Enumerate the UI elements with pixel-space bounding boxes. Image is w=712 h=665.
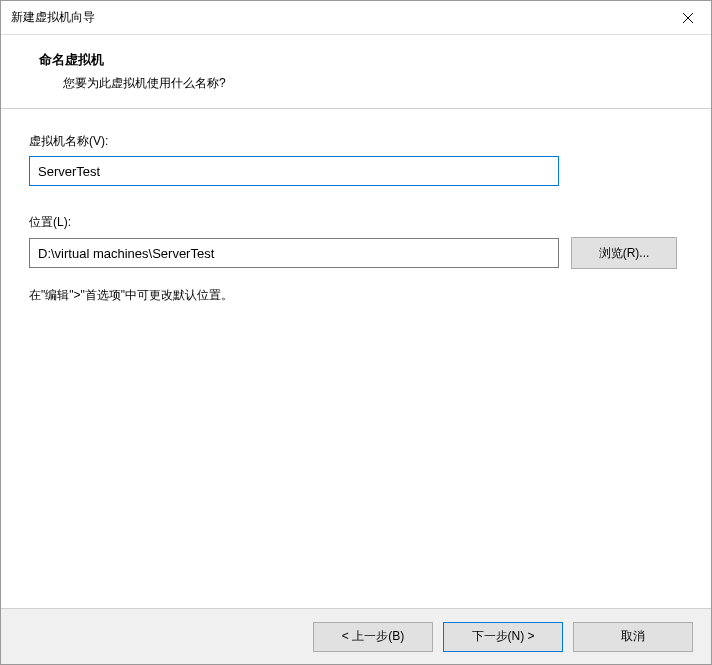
vm-name-label: 虚拟机名称(V): — [29, 133, 683, 150]
next-button[interactable]: 下一步(N) > — [443, 622, 563, 652]
window-title: 新建虚拟机向导 — [11, 9, 95, 26]
header-section: 命名虚拟机 您要为此虚拟机使用什么名称? — [1, 35, 711, 109]
vm-name-input[interactable] — [29, 156, 559, 186]
browse-button[interactable]: 浏览(R)... — [571, 237, 677, 269]
location-input[interactable] — [29, 238, 559, 268]
close-button[interactable] — [665, 1, 711, 35]
location-label: 位置(L): — [29, 214, 683, 231]
page-title: 命名虚拟机 — [39, 51, 691, 69]
cancel-button[interactable]: 取消 — [573, 622, 693, 652]
page-subtitle: 您要为此虚拟机使用什么名称? — [63, 75, 691, 92]
titlebar: 新建虚拟机向导 — [1, 1, 711, 35]
hint-text: 在"编辑">"首选项"中可更改默认位置。 — [29, 287, 683, 304]
back-button[interactable]: < 上一步(B) — [313, 622, 433, 652]
close-icon — [682, 12, 694, 24]
footer: < 上一步(B) 下一步(N) > 取消 — [1, 608, 711, 664]
wizard-dialog: 新建虚拟机向导 命名虚拟机 您要为此虚拟机使用什么名称? 虚拟机名称(V): 位… — [0, 0, 712, 665]
content-section: 虚拟机名称(V): 位置(L): 浏览(R)... 在"编辑">"首选项"中可更… — [1, 109, 711, 608]
location-row: 浏览(R)... — [29, 237, 683, 269]
